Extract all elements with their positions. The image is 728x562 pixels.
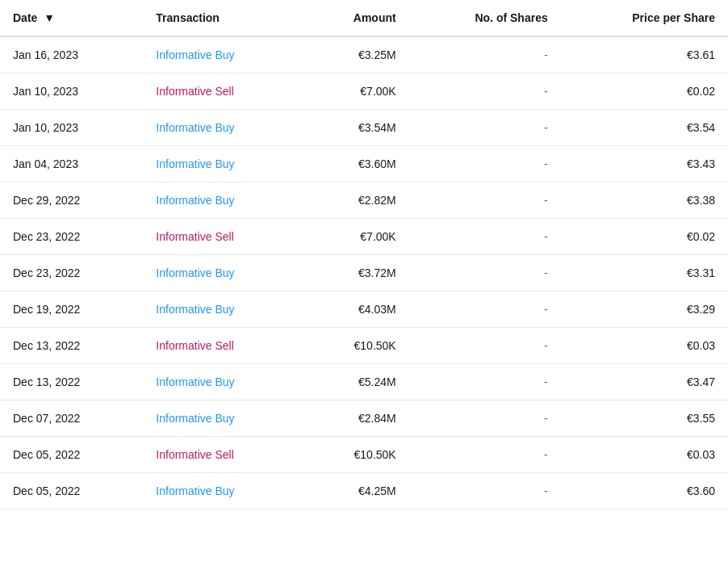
transaction-cell[interactable]: Informative Buy (143, 36, 303, 73)
transactions-table: Date ▼ Transaction Amount No. of Shares … (0, 0, 728, 510)
price-cell: €0.02 (561, 219, 728, 255)
shares-cell: - (409, 328, 561, 364)
date-header-label: Date (13, 11, 37, 24)
transaction-cell[interactable]: Informative Sell (143, 437, 303, 473)
shares-cell: - (409, 255, 561, 291)
table-row: Jan 16, 2023 Informative Buy €3.25M - €3… (0, 36, 728, 73)
transaction-link-buy[interactable]: Informative Buy (156, 48, 234, 61)
transaction-cell[interactable]: Informative Buy (143, 364, 303, 401)
transaction-link-buy[interactable]: Informative Buy (156, 121, 234, 134)
transaction-link-buy[interactable]: Informative Buy (156, 303, 234, 316)
date-cell: Jan 04, 2023 (0, 146, 143, 182)
transaction-link-buy[interactable]: Informative Buy (156, 484, 234, 497)
date-cell: Dec 07, 2022 (0, 401, 143, 437)
date-cell: Jan 16, 2023 (0, 36, 143, 73)
table-row: Jan 04, 2023 Informative Buy €3.60M - €3… (0, 146, 728, 182)
price-cell: €3.43 (561, 146, 728, 182)
shares-cell: - (409, 73, 561, 110)
table-row: Jan 10, 2023 Informative Sell €7.00K - €… (0, 73, 728, 110)
table-row: Jan 10, 2023 Informative Buy €3.54M - €3… (0, 110, 728, 146)
table-header-row: Date ▼ Transaction Amount No. of Shares … (0, 0, 728, 36)
shares-header-label: No. of Shares (475, 11, 547, 24)
shares-cell: - (409, 146, 561, 182)
transaction-cell[interactable]: Informative Buy (143, 146, 303, 182)
amount-cell: €2.84M (303, 401, 409, 437)
transaction-cell[interactable]: Informative Buy (143, 291, 303, 328)
transaction-link-buy[interactable]: Informative Buy (156, 266, 234, 279)
transaction-link-sell[interactable]: Informative Sell (156, 230, 233, 243)
table-row: Dec 13, 2022 Informative Buy €5.24M - €3… (0, 364, 728, 401)
transaction-cell[interactable]: Informative Buy (143, 110, 303, 146)
date-cell: Dec 23, 2022 (0, 255, 143, 291)
price-cell: €3.38 (561, 182, 728, 219)
amount-cell: €3.60M (303, 146, 409, 182)
transaction-cell[interactable]: Informative Sell (143, 73, 303, 110)
price-cell: €3.54 (561, 110, 728, 146)
transaction-column-header: Transaction (143, 0, 303, 36)
date-cell: Dec 13, 2022 (0, 328, 143, 364)
price-cell: €3.55 (561, 401, 728, 437)
date-cell: Jan 10, 2023 (0, 110, 143, 146)
price-cell: €3.47 (561, 364, 728, 401)
shares-cell: - (409, 401, 561, 437)
shares-cell: - (409, 437, 561, 473)
transaction-link-buy[interactable]: Informative Buy (156, 157, 234, 170)
date-cell: Dec 19, 2022 (0, 291, 143, 328)
table-row: Dec 05, 2022 Informative Buy €4.25M - €3… (0, 473, 728, 510)
transaction-link-buy[interactable]: Informative Buy (156, 412, 234, 425)
transaction-link-sell[interactable]: Informative Sell (156, 339, 233, 352)
amount-cell: €10.50K (303, 328, 409, 364)
price-cell: €3.60 (561, 473, 728, 510)
price-cell: €3.29 (561, 291, 728, 328)
price-cell: €0.03 (561, 437, 728, 473)
amount-cell: €3.72M (303, 255, 409, 291)
amount-cell: €2.82M (303, 182, 409, 219)
price-column-header: Price per Share (561, 0, 728, 36)
transaction-cell[interactable]: Informative Sell (143, 219, 303, 255)
price-cell: €0.03 (561, 328, 728, 364)
table-row: Dec 19, 2022 Informative Buy €4.03M - €3… (0, 291, 728, 328)
amount-cell: €10.50K (303, 437, 409, 473)
transactions-table-container: Date ▼ Transaction Amount No. of Shares … (0, 0, 728, 562)
date-column-header[interactable]: Date ▼ (0, 0, 143, 36)
amount-cell: €7.00K (303, 73, 409, 110)
transaction-link-sell[interactable]: Informative Sell (156, 85, 233, 98)
transaction-link-buy[interactable]: Informative Buy (156, 375, 234, 388)
date-cell: Dec 29, 2022 (0, 182, 143, 219)
transaction-cell[interactable]: Informative Sell (143, 328, 303, 364)
transaction-cell[interactable]: Informative Buy (143, 473, 303, 510)
amount-cell: €4.03M (303, 291, 409, 328)
price-cell: €3.61 (561, 36, 728, 73)
transaction-header-label: Transaction (156, 11, 220, 24)
shares-cell: - (409, 36, 561, 73)
transaction-link-buy[interactable]: Informative Buy (156, 194, 234, 207)
table-row: Dec 05, 2022 Informative Sell €10.50K - … (0, 437, 728, 473)
amount-cell: €3.25M (303, 36, 409, 73)
date-cell: Dec 05, 2022 (0, 473, 143, 510)
table-row: Dec 29, 2022 Informative Buy €2.82M - €3… (0, 182, 728, 219)
amount-column-header: Amount (303, 0, 409, 36)
table-row: Dec 23, 2022 Informative Buy €3.72M - €3… (0, 255, 728, 291)
amount-header-label: Amount (354, 11, 396, 24)
amount-cell: €7.00K (303, 219, 409, 255)
transaction-cell[interactable]: Informative Buy (143, 401, 303, 437)
shares-cell: - (409, 110, 561, 146)
amount-cell: €5.24M (303, 364, 409, 401)
date-cell: Dec 05, 2022 (0, 437, 143, 473)
shares-cell: - (409, 219, 561, 255)
transaction-cell[interactable]: Informative Buy (143, 255, 303, 291)
price-cell: €0.02 (561, 73, 728, 110)
table-row: Dec 13, 2022 Informative Sell €10.50K - … (0, 328, 728, 364)
date-cell: Dec 13, 2022 (0, 364, 143, 401)
transaction-link-sell[interactable]: Informative Sell (156, 448, 233, 461)
shares-cell: - (409, 291, 561, 328)
transaction-cell[interactable]: Informative Buy (143, 182, 303, 219)
date-sort-icon[interactable]: ▼ (44, 11, 55, 24)
price-header-label: Price per Share (632, 11, 715, 24)
price-cell: €3.31 (561, 255, 728, 291)
shares-cell: - (409, 473, 561, 510)
date-cell: Jan 10, 2023 (0, 73, 143, 110)
shares-cell: - (409, 182, 561, 219)
shares-column-header: No. of Shares (409, 0, 561, 36)
shares-cell: - (409, 364, 561, 401)
